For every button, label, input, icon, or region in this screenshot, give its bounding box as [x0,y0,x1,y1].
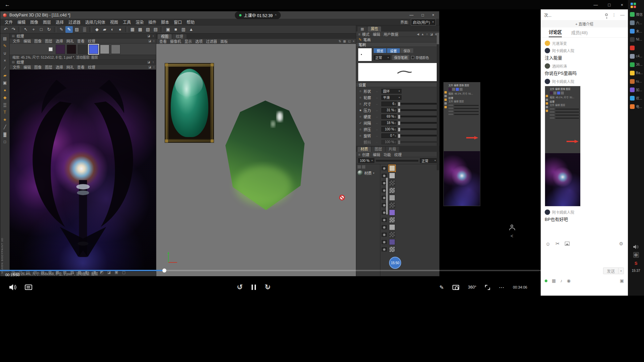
dock-app[interactable]: 如... [628,85,644,94]
layer-thumbnail[interactable] [389,246,395,252]
eye-toggle-icon[interactable] [382,240,387,244]
record-icon[interactable]: ◉ [567,278,571,283]
members-float-button[interactable] [509,225,515,230]
live-selection-icon[interactable]: ↖ [22,26,30,33]
texture-thumbnail[interactable] [67,45,76,54]
menu-item[interactable]: 图像 [33,38,43,44]
pane-maximize-icon[interactable]: ◱ [348,40,351,43]
dock-app[interactable]: 未... [628,27,644,35]
menu-item[interactable]: 用户数据 [383,32,398,37]
layer-thumbnail[interactable] [389,239,395,245]
menu-item[interactable]: 面板 [219,39,229,44]
close-button[interactable]: × [621,2,623,7]
rotate-tool-icon[interactable]: ↻ [45,26,53,33]
brush-panel-tab[interactable]: 保存 [400,48,413,53]
brush-blend-dropdown[interactable]: 正常▾ [374,55,390,60]
hamburger-icon[interactable]: ≡ [358,153,360,157]
layer-thumbnail[interactable] [389,202,395,208]
knife-tool-icon[interactable]: ╱ [2,124,8,130]
menu-item[interactable]: 选择 [54,64,65,70]
param-slider[interactable] [399,103,437,105]
class-status-pill[interactable]: 上课中 01:52:39 ^ [235,11,281,19]
search-icon[interactable]: ○ [426,33,428,36]
menu-item[interactable]: 图层 [43,38,54,44]
spinner-arrows-icon[interactable]: ▴▾ [395,141,396,143]
menu-item[interactable]: 查看 [75,38,86,44]
menu-item[interactable]: 视图 [108,19,120,25]
param-slider[interactable] [399,109,437,111]
text-tool-icon[interactable]: T [2,109,8,115]
hamburger-icon[interactable]: ≡ [358,32,360,36]
bodypaint-titlebar[interactable]: BodyPaint 3D (32 Bit) - [111.c4d *] — □ … [0,11,439,19]
param-toggle-icon[interactable]: ○ [359,134,362,137]
layer-row[interactable] [380,202,439,208]
texture-view-icon[interactable]: ▧ [144,26,152,33]
menu-item[interactable]: 纹理 [86,38,97,44]
layer-thumbnail[interactable] [389,217,395,223]
layer-thumbnail[interactable] [389,173,395,179]
lock-icon[interactable]: ◪ [430,33,433,36]
screenshot-scissors-icon[interactable]: ✂ [555,241,560,247]
eye-toggle-icon[interactable] [382,174,387,178]
spinner-arrows-icon[interactable]: ▴▾ [395,122,396,124]
gradient-strip-icon[interactable]: ▒ [2,102,8,108]
layer-row[interactable] [380,246,439,253]
tray-s-icon[interactable]: S [635,261,638,266]
menu-item[interactable]: 过滤器 [204,39,219,44]
eye-toggle-icon[interactable] [382,225,387,229]
material-item[interactable]: 材质 ▾ [356,170,380,176]
gem-texture-image[interactable] [165,63,214,143]
snapshot-camera-icon[interactable] [452,285,459,290]
send-button[interactable]: 发送 [603,267,619,274]
apps-grid-icon[interactable] [628,0,644,10]
brush-section-header[interactable]: 笔刷 [356,42,439,47]
param-value-field[interactable]: 6▴▾ [381,102,397,106]
gear-icon[interactable]: ⚙ [619,241,623,246]
clone-tool-icon[interactable]: ▒ [81,26,88,33]
restore-button[interactable]: □ [608,2,611,7]
layer-thumbnail[interactable] [389,165,395,171]
more-options-icon[interactable]: ⋮ [612,12,616,17]
menu-item[interactable]: 编辑 [22,38,33,44]
fill-tool-icon[interactable]: ◆ [93,26,101,33]
avatar[interactable] [545,41,550,46]
viewport-tab[interactable]: 纹理 [172,34,186,39]
sponge-tool-icon[interactable]: ▓ [2,131,8,137]
layer-row[interactable] [380,172,439,179]
delete-tool-icon[interactable]: × [2,57,8,64]
uv-grid-icon[interactable]: ▩ [137,26,144,33]
chat-username[interactable]: 酒间听涛 [552,63,567,69]
dock-app[interactable]: 微信 [628,10,644,18]
spinner-arrows-icon[interactable]: ▴▾ [395,109,396,112]
fullscreen-icon[interactable] [485,285,490,290]
volume-icon[interactable] [9,284,17,290]
tab-attributes[interactable]: 属性 [368,26,381,32]
rotate-360-button[interactable]: 360° [468,285,476,290]
menu-item[interactable]: 编辑 [373,152,380,157]
brush-tool-icon[interactable]: ✎ [2,43,8,49]
chat-username[interactable]: 阿卡姆疯人院 [552,79,574,84]
gradient-tool-icon[interactable]: ▰ [101,26,108,33]
save-brush-button[interactable]: 保存笔刷 [392,54,410,61]
param-toggle-icon[interactable]: ○ [359,115,362,118]
back-arrow-icon[interactable]: ← [5,2,10,8]
material-manager-icon[interactable]: ■ [172,26,179,33]
spinner-arrows-icon[interactable]: ▴▾ [395,115,396,118]
texture-canvas-artwork[interactable] [10,70,156,272]
seek-bar[interactable] [0,270,541,271]
texture-thumbnail[interactable] [89,45,98,54]
param-toggle-icon[interactable]: ✓ [359,121,362,125]
param-value-field[interactable]: 31 %▴▾ [381,108,397,113]
menu-item[interactable]: 脚本 [159,19,171,25]
param-dropdown[interactable]: 圆环▾ [381,89,401,94]
menu-item[interactable]: 帮助 [184,19,197,25]
menu-item[interactable]: 选择几何体 [83,19,108,25]
spinner-arrows-icon[interactable]: ▴▾ [395,128,396,131]
menu-item[interactable]: 插件 [146,19,159,25]
pane-swap-icon[interactable]: ⇅ [338,40,341,43]
param-toggle-icon[interactable]: ○ [359,102,362,106]
send-options-caret[interactable]: ▾ [619,267,624,274]
opacity-dropdown[interactable]: 100 %▾ [358,158,374,163]
collapse-icon[interactable]: — [620,12,625,17]
menu-item[interactable]: 显示 [183,39,194,44]
